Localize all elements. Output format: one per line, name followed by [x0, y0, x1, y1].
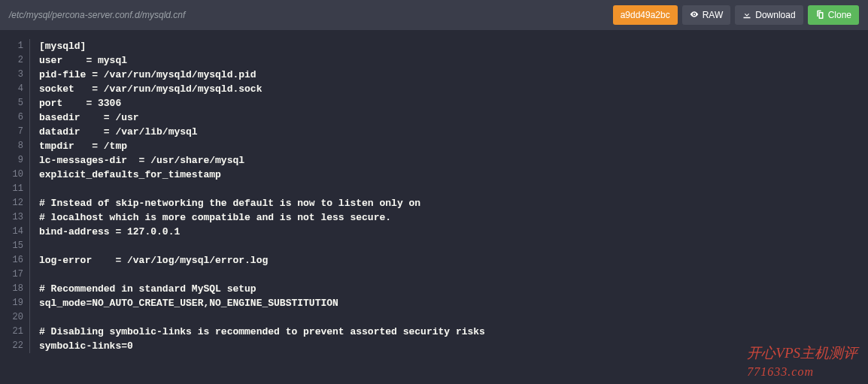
code-line — [39, 268, 868, 282]
code-line: # Recommended in standard MySQL setup — [39, 282, 868, 296]
code-line: sql_mode=NO_AUTO_CREATE_USER,NO_ENGINE_S… — [39, 296, 868, 310]
toolbar: /etc/mysql/percona-server.conf.d/mysqld.… — [0, 0, 868, 30]
line-number: 7 — [0, 125, 23, 139]
toolbar-buttons: a9dd49a2bc RAW Download Clone — [613, 5, 859, 25]
line-number: 17 — [0, 268, 23, 282]
line-number: 8 — [0, 139, 23, 153]
commit-label: a9dd49a2bc — [621, 10, 670, 20]
code-line: lc-messages-dir = /usr/share/mysql — [39, 153, 868, 168]
line-number: 21 — [0, 325, 23, 339]
code-line: tmpdir = /tmp — [39, 139, 868, 153]
clone-icon — [815, 10, 824, 21]
line-number: 20 — [0, 310, 23, 325]
code-line: # localhost which is more compatible and… — [39, 210, 868, 225]
code-line: basedir = /usr — [39, 110, 868, 125]
code-line: [mysqld] — [39, 39, 868, 53]
line-number: 19 — [0, 296, 23, 310]
code-line: port = 3306 — [39, 96, 868, 110]
line-number: 18 — [0, 282, 23, 296]
commit-badge[interactable]: a9dd49a2bc — [613, 5, 678, 25]
clone-label: Clone — [828, 10, 851, 20]
line-number: 22 — [0, 339, 23, 353]
line-number: 3 — [0, 68, 23, 82]
line-number: 13 — [0, 210, 23, 225]
line-number: 4 — [0, 82, 23, 96]
code-line: datadir = /var/lib/mysql — [39, 125, 868, 139]
code-line: pid-file = /var/run/mysqld/mysqld.pid — [39, 68, 868, 82]
line-number: 10 — [0, 168, 23, 182]
file-path: /etc/mysql/percona-server.conf.d/mysqld.… — [9, 10, 613, 20]
code-line: # Disabling symbolic-links is recommende… — [39, 325, 868, 339]
line-number: 2 — [0, 53, 23, 68]
code-line: user = mysql — [39, 53, 868, 68]
line-number: 5 — [0, 96, 23, 110]
line-number: 12 — [0, 196, 23, 210]
eye-icon — [690, 10, 699, 21]
code-line: bind-address = 127.0.0.1 — [39, 225, 868, 239]
download-button[interactable]: Download — [735, 5, 803, 25]
code-line — [39, 310, 868, 325]
code-viewer: 12345678910111213141516171819202122 [mys… — [0, 30, 868, 359]
line-number: 6 — [0, 110, 23, 125]
line-number: 9 — [0, 153, 23, 168]
code-line: socket = /var/run/mysqld/mysqld.sock — [39, 82, 868, 96]
line-number: 15 — [0, 239, 23, 253]
clone-button[interactable]: Clone — [808, 5, 859, 25]
line-number: 14 — [0, 225, 23, 239]
code-content: [mysqld]user = mysqlpid-file = /var/run/… — [30, 39, 868, 353]
code-line — [39, 182, 868, 196]
raw-label: RAW — [703, 10, 724, 20]
watermark-sub: 771633.com — [747, 365, 814, 378]
download-icon — [742, 10, 751, 21]
code-line: # Instead of skip-networking the default… — [39, 196, 868, 210]
line-number: 11 — [0, 182, 23, 196]
line-number: 1 — [0, 39, 23, 53]
line-number: 16 — [0, 253, 23, 268]
line-number-gutter: 12345678910111213141516171819202122 — [0, 39, 30, 353]
code-line: symbolic-links=0 — [39, 339, 868, 353]
raw-button[interactable]: RAW — [682, 5, 731, 25]
code-line: log-error = /var/log/mysql/error.log — [39, 253, 868, 268]
download-label: Download — [755, 10, 795, 20]
code-line: explicit_defaults_for_timestamp — [39, 168, 868, 182]
code-line — [39, 239, 868, 253]
